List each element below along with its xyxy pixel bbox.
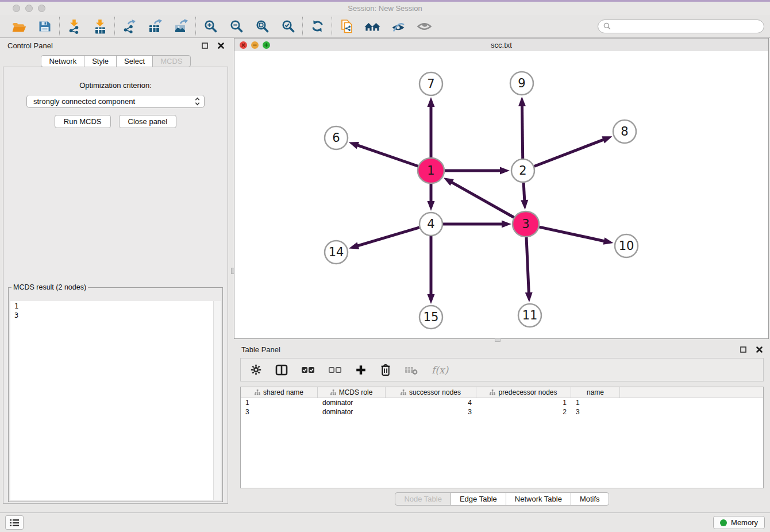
mcds-result-area[interactable]: 1 3	[10, 301, 221, 500]
minimize-network-button[interactable]	[251, 41, 259, 49]
edge-arrowhead-icon	[428, 201, 435, 211]
search-field[interactable]	[598, 20, 764, 33]
close-panel-action-button[interactable]: Close panel	[119, 115, 177, 128]
graph-node-label-15: 15	[424, 310, 439, 324]
edge-arrowhead-icon	[525, 292, 533, 302]
table-cell: 1	[476, 399, 571, 407]
graph-edge-1-6[interactable]	[357, 145, 418, 166]
titlebar: Session: New Session	[0, 2, 770, 15]
graph-edge-3-11[interactable]	[526, 237, 529, 294]
delete-table-button[interactable]	[405, 365, 418, 375]
network-canvas[interactable]: 1234678910111415	[234, 51, 768, 338]
result-scrollbar[interactable]	[213, 301, 221, 500]
graph-edge-2-9[interactable]	[522, 105, 523, 159]
column-header-mcds-role[interactable]: MCDS role	[318, 387, 386, 398]
status-bar: Memory	[0, 512, 770, 532]
clone-network-button[interactable]	[337, 17, 356, 36]
tab-node-table[interactable]: Node Table	[395, 492, 451, 506]
attribute-type-icon	[255, 390, 260, 395]
graph-node-label-9: 9	[518, 76, 525, 90]
table-panel: Table Panel f(x) shared nameMCDS rolesuc…	[234, 342, 770, 511]
zoom-selected-button[interactable]	[279, 17, 297, 36]
memory-status-dot	[720, 519, 727, 526]
criterion-dropdown[interactable]: strongly connected component	[26, 95, 205, 108]
close-network-button[interactable]	[240, 41, 247, 49]
graph-edge-2-3[interactable]	[523, 183, 525, 201]
table-cell: 3	[241, 408, 318, 416]
delete-column-button[interactable]	[380, 364, 391, 376]
network-window-title: scc.txt	[234, 41, 768, 49]
show-home-networks-button[interactable]	[363, 17, 382, 36]
network-view-window: scc.txt 1234678910111415	[234, 38, 769, 339]
close-window-button[interactable]	[13, 5, 20, 12]
minimize-window-button[interactable]	[25, 5, 33, 12]
window-controls	[13, 5, 45, 12]
export-table-button[interactable]	[146, 17, 164, 36]
table-cell: dominator	[318, 399, 386, 407]
mcds-result-text: 1 3	[14, 302, 211, 320]
edge-arrowhead-icon	[521, 200, 528, 210]
edge-arrowhead-icon	[349, 142, 359, 149]
birdseye-view-button[interactable]	[415, 17, 433, 36]
column-header-name[interactable]: name	[571, 387, 620, 398]
table-row[interactable]: 3dominator323	[241, 407, 763, 417]
tab-edge-table[interactable]: Edge Table	[451, 492, 506, 506]
graph-edge-3-1[interactable]	[451, 182, 514, 218]
graph-edge-3-10[interactable]	[538, 227, 605, 241]
tab-select[interactable]: Select	[116, 55, 153, 67]
control-panel: Control Panel NetworkStyleSelectMCDS Opt…	[0, 38, 232, 511]
column-header-shared-name[interactable]: shared name	[241, 387, 318, 398]
delete-table-icon	[405, 365, 418, 375]
memory-label: Memory	[731, 518, 758, 527]
task-history-button[interactable]	[5, 515, 24, 530]
column-header-label: MCDS role	[339, 388, 373, 396]
export-table-icon	[148, 19, 163, 34]
close-panel-button[interactable]	[218, 43, 224, 49]
hide-graphics-details-button[interactable]	[389, 17, 407, 36]
tab-mcds[interactable]: MCDS	[152, 55, 190, 67]
function-builder-button[interactable]: f(x)	[432, 364, 448, 376]
search-input[interactable]	[614, 21, 759, 31]
table-row[interactable]: 1dominator411	[241, 398, 763, 407]
maximize-network-button[interactable]	[263, 41, 270, 49]
table-toolbar: f(x)	[240, 358, 764, 381]
unselect-all-columns-button[interactable]	[328, 365, 342, 375]
float-table-panel-button[interactable]	[740, 346, 746, 353]
close-icon	[756, 346, 763, 353]
close-table-panel-button[interactable]	[756, 346, 763, 353]
table-panel-title: Table Panel	[241, 345, 730, 354]
import-network-button[interactable]	[65, 17, 83, 36]
run-mcds-button[interactable]: Run MCDS	[55, 115, 111, 128]
tab-network-table[interactable]: Network Table	[506, 492, 571, 506]
maximize-window-button[interactable]	[38, 5, 45, 12]
refresh-view-button[interactable]	[308, 17, 326, 36]
zoom-in-button[interactable]	[201, 17, 220, 36]
column-header-successor-nodes[interactable]: successor nodes	[386, 387, 476, 398]
plus-icon	[355, 364, 367, 376]
column-header-predecessor-nodes[interactable]: predecessor nodes	[476, 387, 571, 398]
select-all-columns-button[interactable]	[301, 365, 315, 375]
houses-icon	[364, 20, 380, 33]
tab-style[interactable]: Style	[84, 55, 117, 67]
zoom-selected-icon	[281, 19, 295, 33]
graph-edge-4-14[interactable]	[357, 228, 419, 246]
table-settings-button[interactable]	[250, 364, 262, 376]
tab-network[interactable]: Network	[41, 55, 84, 67]
memory-button[interactable]: Memory	[713, 516, 765, 529]
export-image-button[interactable]	[172, 17, 190, 36]
float-panel-button[interactable]	[202, 43, 208, 49]
open-session-button[interactable]	[10, 17, 28, 36]
zoom-fit-icon	[255, 19, 270, 33]
split-panel-button[interactable]	[275, 364, 288, 376]
main-toolbar	[0, 15, 770, 38]
import-table-button[interactable]	[91, 17, 109, 36]
tab-motifs[interactable]: Motifs	[571, 492, 609, 506]
zoom-out-button[interactable]	[227, 17, 245, 36]
export-network-button[interactable]	[120, 17, 138, 36]
control-panel-title: Control Panel	[7, 41, 192, 50]
add-column-button[interactable]	[355, 364, 367, 376]
zoom-fit-button[interactable]	[253, 17, 271, 36]
save-session-button[interactable]	[36, 17, 54, 36]
graph-edge-2-8[interactable]	[534, 140, 605, 167]
table-body: 1dominator4113dominator323	[241, 398, 763, 417]
